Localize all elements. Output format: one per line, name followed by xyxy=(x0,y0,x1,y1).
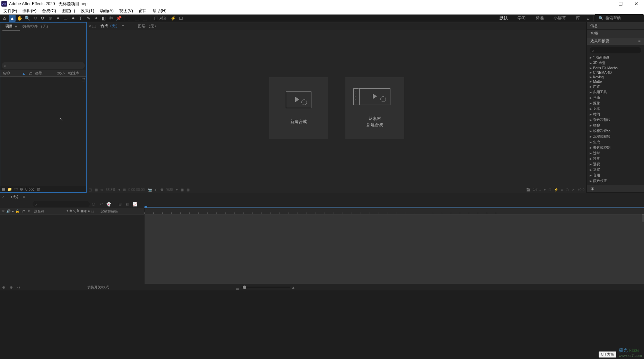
comp-mini-flowchart-icon[interactable]: ⬡ xyxy=(90,201,97,207)
tab-timeline-none[interactable]: （无） ≡ xyxy=(6,193,27,200)
workspace-small-screen[interactable]: 小屏幕 xyxy=(549,14,571,23)
graph-editor-icon[interactable]: 📈 xyxy=(132,201,138,207)
new-comp-icon[interactable]: ⬚ xyxy=(14,187,18,192)
flowchart-icon[interactable]: ⬡ xyxy=(566,188,569,192)
sort-arrow-icon[interactable]: ▲ xyxy=(22,71,26,76)
timeline-icon[interactable]: ≡ xyxy=(561,188,563,192)
new-composition-button[interactable]: 新建合成 xyxy=(269,77,328,139)
effect-category-item[interactable]: ▶沉浸式视频 xyxy=(588,134,643,139)
roi-icon[interactable]: ▣ xyxy=(180,188,184,192)
toggle-in-out-icon[interactable]: {} xyxy=(17,285,24,289)
col-type[interactable]: 类型 xyxy=(35,71,46,76)
text-tool-icon[interactable]: T xyxy=(77,15,84,22)
hand-tool-icon[interactable]: ✋ xyxy=(16,15,23,22)
effect-category-item[interactable]: ▶实用工具 xyxy=(588,89,643,95)
menu-view[interactable]: 视图(V) xyxy=(116,7,136,15)
tab-effect-controls[interactable]: 效果控件 （无） xyxy=(20,23,53,30)
menu-effect[interactable]: 效果(T) xyxy=(78,7,97,15)
effect-category-item[interactable]: ▶表达式控制 xyxy=(588,145,643,150)
col-size[interactable]: 大小 xyxy=(57,71,68,76)
panel-audio[interactable]: 音频 xyxy=(587,30,644,37)
effect-category-item[interactable]: ▶3D 声道 xyxy=(588,60,643,66)
resolution-label[interactable]: 完整 xyxy=(166,187,173,192)
draft-3d-icon[interactable]: ↶ xyxy=(98,201,104,207)
label-column-icon[interactable]: 🏷 xyxy=(19,209,28,213)
puppet-tool-icon[interactable]: 📌 xyxy=(115,15,122,22)
menu-edit[interactable]: 编辑(E) xyxy=(20,7,39,15)
show-channel-icon[interactable]: ◐ xyxy=(155,188,158,192)
timeline-search-input[interactable]: ⌕ xyxy=(33,201,90,207)
pan-behind-tool-icon[interactable]: ✦ xyxy=(54,15,61,22)
menu-layer[interactable]: 图层(L) xyxy=(59,7,78,15)
minimize-button[interactable]: ─ xyxy=(597,0,613,8)
effect-category-item[interactable]: ▶过渡 xyxy=(588,156,643,161)
menu-file[interactable]: 文件(F) xyxy=(1,7,20,15)
effect-category-item[interactable]: ▶遮罩 xyxy=(588,167,643,173)
transparency-icon[interactable]: ▦ xyxy=(186,188,189,192)
col-name[interactable]: 名称 xyxy=(2,71,14,76)
more-workspaces-icon[interactable]: » xyxy=(585,16,592,21)
bpc-label[interactable]: 8 bpc xyxy=(25,187,35,191)
project-search-input[interactable]: ⌕ xyxy=(2,62,85,69)
effect-category-item[interactable]: ▶声道 xyxy=(588,84,643,89)
tab-composition[interactable]: 合成 （无） ≡ xyxy=(97,22,127,30)
rotate-tool-icon[interactable]: ⟳ xyxy=(39,15,46,22)
zoom-dropdown-icon[interactable]: ▾ xyxy=(118,188,120,192)
toggle-switch-mode-button[interactable]: 切换开关/模式 xyxy=(87,285,109,290)
snap-option1-icon[interactable]: ⚡ xyxy=(170,15,177,22)
home-tool-icon[interactable]: ⌂ xyxy=(1,15,8,22)
effect-category-item[interactable]: ▶Matte xyxy=(588,79,643,84)
res-dropdown-icon[interactable]: ▾ xyxy=(176,188,178,192)
rectangle-tool-icon[interactable]: ▭ xyxy=(62,15,69,22)
interpret-icon[interactable]: ▦ xyxy=(2,187,5,192)
resolution-icon[interactable]: ∞ xyxy=(100,188,103,192)
workspace-standard[interactable]: 标准 xyxy=(531,14,549,23)
effect-category-item[interactable]: ▶杂色和颗粒 xyxy=(588,117,643,123)
effect-category-item[interactable]: ▶音频 xyxy=(588,173,643,178)
tag-column-icon[interactable]: 🏷 xyxy=(28,71,32,76)
effects-search-input[interactable]: ⌕ xyxy=(590,47,641,53)
interpret-footage-icon[interactable]: ⬚ xyxy=(81,77,85,82)
col-framerate[interactable]: 帧速率 xyxy=(68,71,83,76)
lock-tab-icon[interactable]: ⬚ xyxy=(92,24,96,28)
video-column-icon[interactable]: 👁 xyxy=(1,209,5,213)
motion-blur-icon[interactable]: ◐ xyxy=(124,201,131,207)
audio-column-icon[interactable]: 🔊 xyxy=(6,209,10,213)
zoom-out-icon[interactable]: ▂ xyxy=(236,285,240,290)
panel-menu-icon[interactable]: ≡ xyxy=(122,24,124,28)
effect-category-item[interactable]: ▶Boris FX Mocha xyxy=(588,66,643,70)
pixel-aspect-icon[interactable]: ⊡ xyxy=(548,188,551,192)
fast-previews-icon[interactable]: ⚡ xyxy=(554,188,558,192)
menu-window[interactable]: 窗口 xyxy=(136,7,150,15)
new-folder-icon[interactable]: 📁 xyxy=(7,187,12,192)
source-name-column[interactable]: 源名称 xyxy=(33,209,64,214)
view-count[interactable]: 1个... xyxy=(533,187,541,192)
local-axis-icon[interactable]: ⬚ xyxy=(126,15,133,22)
effect-category-item[interactable]: ▶* 动画预设 xyxy=(588,55,643,60)
frame-blend-icon[interactable]: ⊞ xyxy=(117,201,123,207)
effect-category-item[interactable]: ▶过时 xyxy=(588,150,643,156)
timecode[interactable]: 0:00:00:00 xyxy=(129,188,145,192)
workspace-default[interactable]: 默认 xyxy=(495,14,513,23)
effect-category-item[interactable]: ▶颜色校正 xyxy=(588,178,643,184)
workspace-learn[interactable]: 学习 xyxy=(513,14,531,23)
parent-column[interactable]: 父级和链接 xyxy=(99,209,118,214)
active-camera-icon[interactable]: 🎬 xyxy=(526,188,530,192)
menu-help[interactable]: 帮助(H) xyxy=(150,7,169,15)
toggle-alpha-icon[interactable]: ▦ xyxy=(95,188,98,192)
tab-project[interactable]: 项目 ≡ xyxy=(2,22,20,30)
effect-category-item[interactable]: ▶透视 xyxy=(588,161,643,167)
toggle-modes-icon[interactable]: ⊖ xyxy=(10,285,16,290)
pen-tool-icon[interactable]: ✒ xyxy=(70,15,77,22)
effect-category-item[interactable]: ▶扭曲 xyxy=(588,95,643,100)
adjustment-icon[interactable]: ⚙ xyxy=(20,187,23,192)
snapshot-icon[interactable]: 📷 xyxy=(148,188,152,192)
zoom-level[interactable]: 33.3% xyxy=(106,188,115,192)
world-axis-icon[interactable]: ⬚ xyxy=(134,15,141,22)
menu-animation[interactable]: 动画(A) xyxy=(97,7,116,15)
time-ruler[interactable] xyxy=(144,208,644,214)
view-axis-icon[interactable]: ⬚ xyxy=(141,15,148,22)
toggle-switches-icon[interactable]: ⊕ xyxy=(2,285,8,290)
project-items-list[interactable]: ⬚ ↖ xyxy=(0,77,86,186)
view-dropdown-icon[interactable]: ▾ xyxy=(544,188,546,192)
